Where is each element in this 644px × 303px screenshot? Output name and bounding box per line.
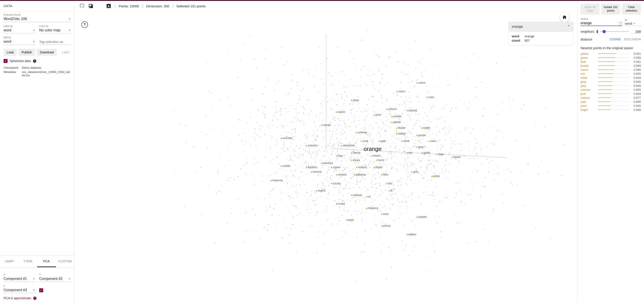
- isolate-button[interactable]: Isolate 101 points: [601, 3, 620, 14]
- brightness-icon[interactable]: [88, 3, 94, 9]
- nearest-point-row[interactable]: colours0.677: [580, 96, 641, 99]
- svg-point-1696: [411, 80, 413, 82]
- nearest-point-row[interactable]: white0.633: [580, 76, 641, 79]
- label-button[interactable]: Label: [58, 49, 72, 56]
- nearest-point-row[interactable]: pink0.664: [580, 92, 641, 95]
- svg-point-119: [406, 153, 408, 154]
- edit-by-select[interactable]: word ▼: [4, 39, 35, 45]
- svg-point-1446: [497, 165, 498, 166]
- svg-point-1936: [414, 85, 415, 86]
- svg-point-1159: [365, 188, 366, 189]
- neighbors-slider[interactable]: [600, 31, 629, 32]
- search-input[interactable]: [580, 21, 622, 26]
- download-button[interactable]: Download: [37, 49, 57, 56]
- distance-euclidean[interactable]: EUCLIDEAN: [624, 38, 641, 41]
- projection-tabs: UMAP T-SNE PCA CUSTOM: [0, 256, 74, 268]
- info-word-key: word: [512, 34, 522, 38]
- tab-umap[interactable]: UMAP: [0, 256, 19, 267]
- svg-point-147: [419, 157, 420, 158]
- svg-point-1884: [319, 94, 320, 95]
- distance-cosine[interactable]: COSINE: [610, 38, 621, 41]
- regex-toggle[interactable]: .*: [619, 22, 622, 25]
- load-button[interactable]: Load: [4, 49, 17, 56]
- svg-point-452: [394, 69, 396, 70]
- tag-selection-input[interactable]: [39, 39, 71, 45]
- svg-point-1694: [360, 138, 361, 139]
- svg-point-1682: [426, 134, 427, 135]
- scatter-plot[interactable]: orange colourcolorscolordriedcolourscolo…: [74, 11, 577, 303]
- nearest-point-row[interactable]: green0.558: [580, 56, 641, 59]
- nearest-point-row[interactable]: blue0.561: [580, 60, 641, 63]
- svg-point-1722: [411, 137, 412, 137]
- svg-point-2002: [374, 39, 375, 40]
- svg-point-2043: [290, 228, 292, 229]
- svg-point-917: [329, 177, 331, 178]
- svg-point-1686: [458, 161, 460, 162]
- nearest-point-row[interactable]: yellow0.551: [580, 52, 641, 55]
- nearest-point-row[interactable]: juice0.692: [580, 104, 641, 107]
- sphereize-checkbox[interactable]: ✓: [4, 59, 8, 63]
- svg-point-510: [303, 167, 304, 169]
- neighbors-input[interactable]: [631, 29, 641, 33]
- svg-point-677: [314, 215, 316, 217]
- svg-point-1222: [277, 157, 278, 158]
- svg-point-2114: [359, 187, 360, 188]
- svg-point-1015: [456, 183, 457, 184]
- svg-point-2097: [309, 101, 310, 101]
- svg-point-382: [337, 46, 338, 47]
- svg-point-1677: [445, 164, 446, 165]
- nearest-point-row[interactable]: gray0.640: [580, 80, 641, 83]
- nearest-point-row[interactable]: grey0.640: [580, 84, 641, 87]
- svg-point-1755: [496, 114, 498, 115]
- svg-point-2108: [332, 175, 333, 176]
- reset-view-button[interactable]: [560, 12, 569, 22]
- search-by-select[interactable]: word ▼: [625, 21, 641, 26]
- pca-z-select[interactable]: Component #3 ▼: [4, 288, 35, 293]
- help-icon[interactable]: ?: [33, 59, 36, 63]
- tab-tsne[interactable]: T-SNE: [19, 256, 38, 267]
- svg-point-1743: [479, 101, 480, 101]
- pca-z-checkbox[interactable]: ✓: [39, 288, 43, 292]
- labels-icon[interactable]: A: [106, 3, 112, 9]
- svg-point-680: [398, 137, 399, 138]
- night-mode-icon[interactable]: [97, 3, 103, 9]
- svg-point-1966: [359, 116, 360, 117]
- clear-selection-button[interactable]: Clear selection: [622, 3, 641, 14]
- label-by-select[interactable]: word ▼: [4, 28, 35, 33]
- svg-point-1356: [303, 69, 304, 71]
- tab-custom[interactable]: CUSTOM: [56, 256, 74, 267]
- nearest-point-row[interactable]: pale0.690: [580, 100, 641, 103]
- color-by-select[interactable]: No color map ▼: [39, 28, 71, 33]
- help-icon[interactable]: ?: [596, 30, 598, 33]
- pca-y-select[interactable]: Component #2 ▼: [39, 276, 71, 282]
- svg-point-865: [429, 85, 430, 86]
- tensor-select[interactable]: Word2Vec 10K ▼: [4, 16, 71, 22]
- pca-x-select[interactable]: Component #1 ▼: [4, 276, 35, 282]
- nearest-point-row[interactable]: bright0.695: [580, 108, 641, 111]
- nearest-point-row[interactable]: colored0.659: [580, 88, 641, 91]
- help-icon[interactable]: ?: [33, 297, 36, 300]
- svg-point-450: [313, 147, 314, 148]
- distance-bar: [598, 65, 629, 66]
- svg-point-993: [206, 134, 207, 135]
- svg-point-1045: [317, 129, 318, 130]
- svg-point-659: [333, 195, 334, 196]
- svg-point-951: [360, 156, 360, 157]
- info-card-header[interactable]: orange ⌃: [508, 22, 573, 31]
- nearest-point-row[interactable]: red0.605: [580, 72, 641, 75]
- svg-point-1613: [348, 154, 349, 155]
- publish-button[interactable]: Publish: [18, 49, 35, 56]
- svg-point-212: [450, 137, 451, 138]
- label-by-label: Label by: [4, 25, 35, 27]
- show-all-button[interactable]: Show All Data: [580, 3, 600, 14]
- select-box-icon[interactable]: [79, 3, 85, 9]
- svg-point-708: [426, 127, 426, 128]
- help-button[interactable]: ?: [81, 21, 88, 28]
- nearest-point-row[interactable]: colors0.590: [580, 68, 641, 71]
- tab-pca[interactable]: PCA: [37, 256, 56, 267]
- svg-point-1951: [504, 116, 504, 117]
- svg-point-694: [353, 144, 354, 145]
- svg-point-393: [561, 175, 562, 176]
- nearest-point-row[interactable]: purple0.568: [580, 64, 641, 67]
- svg-point-1124: [427, 169, 427, 170]
